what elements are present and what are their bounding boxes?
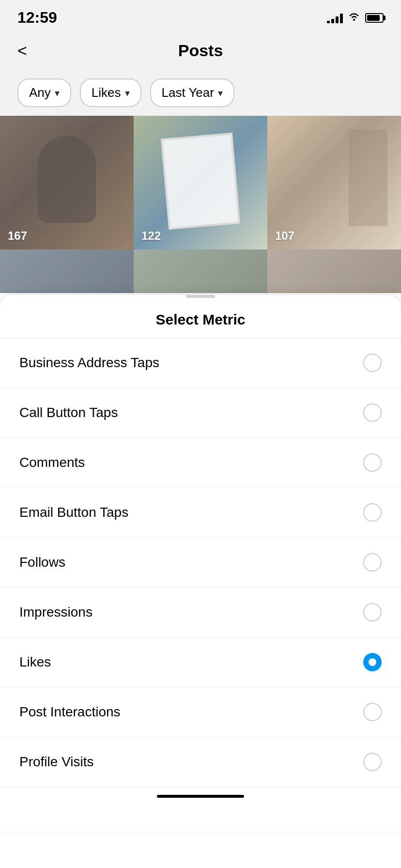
metric-label: Business Address Taps (19, 355, 159, 371)
radio-button-profile-visits[interactable] (363, 753, 382, 771)
metric-item-impressions[interactable]: Impressions (0, 588, 401, 637)
metric-label: Follows (19, 555, 65, 570)
metric-label: Profile Visits (19, 754, 94, 770)
metric-label: Impressions (19, 604, 93, 620)
metric-list: Business Address Taps Call Button Taps C… (0, 338, 401, 787)
filter-lastyear-label: Last Year (162, 85, 214, 100)
nav-header: < Posts (0, 31, 401, 70)
filter-any-label: Any (29, 85, 51, 100)
signal-icon (327, 13, 343, 23)
posts-grid: 167 122 107 (0, 116, 401, 249)
post-item[interactable]: 122 (134, 116, 267, 249)
filter-any-button[interactable]: Any ▾ (17, 78, 71, 107)
bottom-sheet: Select Metric Business Address Taps Call… (0, 295, 401, 832)
posts-partial-row (0, 249, 401, 293)
filter-bar: Any ▾ Likes ▾ Last Year ▾ (0, 70, 401, 116)
post-partial-item[interactable] (0, 249, 134, 293)
radio-button-likes[interactable] (363, 653, 382, 671)
status-time: 12:59 (17, 9, 57, 27)
radio-button-post-interactions[interactable] (363, 703, 382, 721)
post-count: 122 (141, 229, 161, 243)
metric-item-business-address-taps[interactable]: Business Address Taps (0, 338, 401, 388)
metric-item-post-interactions[interactable]: Post Interactions (0, 687, 401, 737)
home-bar (157, 795, 244, 798)
post-count: 167 (8, 229, 27, 243)
chevron-down-icon: ▾ (55, 87, 60, 99)
radio-button-comments[interactable] (363, 453, 382, 472)
battery-icon (365, 13, 384, 23)
sheet-title: Select Metric (0, 298, 401, 338)
post-count: 107 (275, 229, 294, 243)
filter-lastyear-button[interactable]: Last Year ▾ (150, 78, 234, 107)
metric-item-likes[interactable]: Likes (0, 637, 401, 687)
metric-label: Call Button Taps (19, 405, 118, 420)
metric-item-follows[interactable]: Follows (0, 538, 401, 588)
metric-label: Comments (19, 455, 85, 470)
radio-button-call-button-taps[interactable] (363, 403, 382, 422)
home-indicator (0, 787, 401, 803)
radio-button-business-address-taps[interactable] (363, 354, 382, 372)
metric-item-email-button-taps[interactable]: Email Button Taps (0, 488, 401, 538)
post-partial-item[interactable] (267, 249, 401, 293)
metric-label: Post Interactions (19, 704, 121, 720)
metric-item-call-button-taps[interactable]: Call Button Taps (0, 388, 401, 438)
metric-label: Likes (19, 654, 51, 670)
page-title: Posts (178, 41, 223, 60)
wifi-icon (348, 12, 360, 24)
radio-button-email-button-taps[interactable] (363, 503, 382, 522)
chevron-down-icon: ▾ (125, 87, 130, 99)
status-icons (327, 12, 384, 24)
svg-point-0 (353, 19, 355, 21)
metric-item-profile-visits[interactable]: Profile Visits (0, 737, 401, 787)
radio-button-impressions[interactable] (363, 603, 382, 621)
metric-item-comments[interactable]: Comments (0, 438, 401, 488)
post-partial-item[interactable] (134, 249, 267, 293)
post-item[interactable]: 167 (0, 116, 134, 249)
back-button[interactable]: < (17, 41, 27, 60)
radio-button-follows[interactable] (363, 553, 382, 572)
status-bar: 12:59 (0, 0, 401, 31)
metric-label: Email Button Taps (19, 505, 128, 520)
post-item[interactable]: 107 (267, 116, 401, 249)
filter-likes-button[interactable]: Likes ▾ (80, 78, 141, 107)
chevron-down-icon: ▾ (218, 87, 223, 99)
filter-likes-label: Likes (92, 85, 121, 100)
